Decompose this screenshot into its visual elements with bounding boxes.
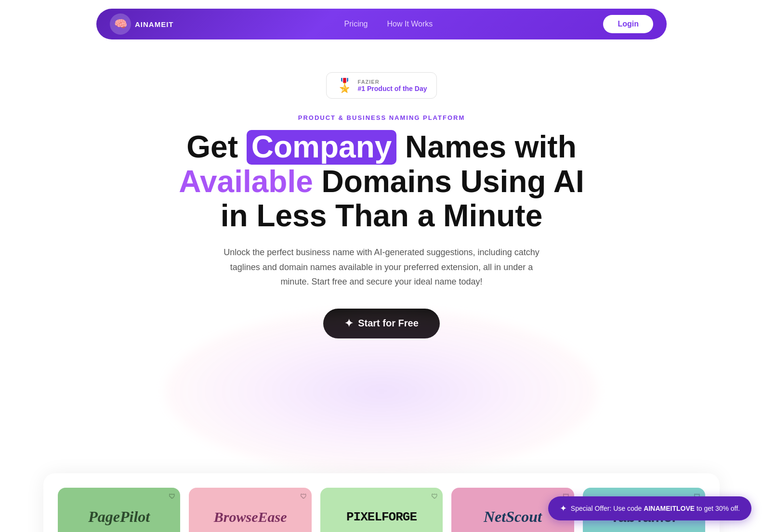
- login-button[interactable]: Login: [603, 15, 653, 33]
- title-line3: in Less Than a Minute: [221, 198, 543, 233]
- gradient-blob: [165, 310, 598, 473]
- promo-code: AINAMEITLOVE: [644, 505, 695, 512]
- card-pixelforge: 🛡 PixelForge 👁 view details 🌐 ♥ PixelFor…: [320, 488, 443, 532]
- shield-icon: 🛡: [431, 493, 438, 500]
- card-pixelforge-img: 🛡 PixelForge: [320, 488, 443, 532]
- title-domains: Domains Using AI: [313, 164, 584, 199]
- title-part2: Names with: [396, 130, 576, 164]
- hero-section: 🎖️ FAZIER #1 Product of the Day PRODUCT …: [0, 48, 763, 473]
- logo-text: AINAMEIT: [135, 20, 174, 28]
- badge-bottom-text: #1 Product of the Day: [358, 85, 427, 92]
- hero-subtitle: PRODUCT & BUSINESS NAMING PLATFORM: [10, 114, 753, 121]
- card-pagepilot-name: PagePilot: [88, 508, 150, 526]
- sparkle-icon: ✦: [560, 503, 567, 514]
- card-pixelforge-name: PixelForge: [346, 510, 417, 524]
- card-browseease: 🛡 BrowseEase 👁 view details 🌐 ♥ BrowseEa…: [189, 488, 311, 532]
- special-offer-text: Special Offer: Use code AINAMEITLOVE to …: [571, 505, 740, 512]
- navbar-nav: Pricing How It Works: [344, 20, 433, 28]
- hero-title: Get Company Names with Available Domains…: [10, 130, 753, 234]
- card-browseease-name: BrowseEase: [214, 509, 287, 525]
- shield-icon: 🛡: [300, 493, 307, 500]
- hero-description: Unlock the perfect business name with AI…: [223, 245, 540, 289]
- title-highlight: Company: [247, 130, 397, 165]
- shield-icon: 🛡: [169, 493, 175, 500]
- title-available: Available: [179, 164, 313, 199]
- product-hunt-badge: 🎖️ FAZIER #1 Product of the Day: [326, 72, 437, 99]
- navbar: 🧠 AINAMEIT Pricing How It Works Login: [96, 9, 667, 39]
- navbar-logo: 🧠 AINAMEIT: [110, 13, 174, 35]
- title-part1: Get: [186, 130, 246, 164]
- nav-pricing[interactable]: Pricing: [344, 20, 368, 28]
- card-browseease-img: 🛡 BrowseEase: [189, 488, 311, 532]
- special-offer-banner: ✦ Special Offer: Use code AINAMEITLOVE t…: [548, 496, 751, 520]
- card-pagepilot: 🛡 PagePilot 👁 view details 🌐 ♡ PagePilot: [58, 488, 180, 532]
- ribbon-icon: 🎖️: [336, 78, 353, 93]
- card-netscout-name: NetScout: [484, 508, 542, 526]
- logo-icon: 🧠: [110, 13, 131, 35]
- nav-how-it-works[interactable]: How It Works: [387, 20, 433, 28]
- hero-background: [10, 367, 753, 473]
- badge-top-text: FAZIER: [358, 79, 427, 85]
- card-pagepilot-img: 🛡 PagePilot: [58, 488, 180, 532]
